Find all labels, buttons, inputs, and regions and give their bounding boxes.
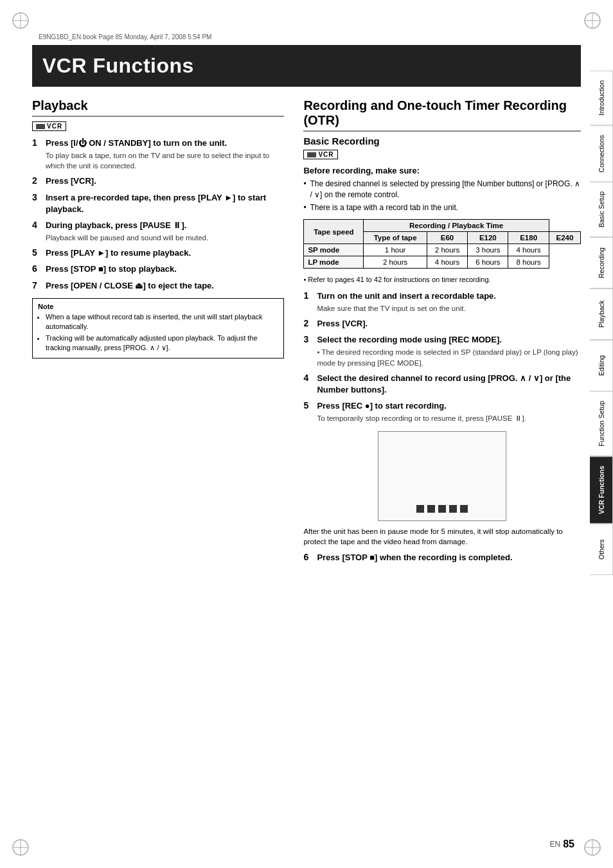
step-content: Select the desired channel to record usi… (317, 373, 581, 396)
step-title: Press [I/⏻ ON / STANDBY] to turn on the … (46, 137, 284, 149)
step-title: During playback, press [PAUSE ⏸]. (46, 220, 284, 231)
step-title: Insert a pre-recorded tape, then press [… (46, 192, 284, 215)
step-content: Press [PLAY ►] to resume playback. (46, 247, 284, 259)
step-content: Press [VCR]. (46, 175, 284, 187)
dot-2 (427, 505, 435, 513)
sidebar-tab-editing[interactable]: Editing (590, 340, 613, 391)
sidebar-tab-playback[interactable]: Playback (590, 288, 613, 340)
table-subheader-e240: E240 (549, 232, 580, 244)
step-number: 4 (32, 220, 42, 230)
step-title: Select the desired channel to record usi… (317, 373, 581, 396)
step-title: Press [OPEN / CLOSE ⏏] to eject the tape… (46, 280, 284, 292)
note-title: Note (38, 303, 278, 310)
table-subheader-e120: E120 (468, 232, 508, 244)
step-number: 5 (32, 247, 42, 258)
table-cell-sp-e60: 1 hour (364, 244, 427, 256)
table-subheader-e60: E60 (427, 232, 467, 244)
step-title: Press [VCR]. (317, 318, 581, 330)
screen-image (378, 431, 506, 521)
table-cell-lp-e120: 4 hours (427, 256, 467, 269)
recording-vcr-badge: VCR (303, 150, 337, 159)
en-label: EN (550, 840, 561, 849)
step-number: 6 (32, 263, 42, 274)
timer-recording-note: • Refer to pages 41 to 42 for instructio… (303, 275, 581, 285)
step-content: Press [I/⏻ ON / STANDBY] to turn on the … (46, 137, 284, 171)
sidebar-tab-vcr_functions[interactable]: VCR Functions (590, 456, 613, 524)
playback-step-5: 5 Press [PLAY ►] to resume playback. (32, 247, 284, 259)
after-screen-note: After the unit has been in pause mode fo… (303, 526, 581, 547)
main-content: VCR Functions Playback VCR 1 Press [I/⏻ … (32, 45, 581, 607)
playback-step-4: 4 During playback, press [PAUSE ⏸]. Play… (32, 220, 284, 243)
step-content: Insert a pre-recorded tape, then press [… (46, 192, 284, 215)
table-cell-sp-e120: 2 hours (427, 244, 467, 256)
corner-decoration-tr (583, 12, 601, 30)
step-title: Turn on the unit and insert a recordable… (317, 290, 581, 302)
step-content: Press [REC ●] to start recording. To tem… (317, 400, 581, 423)
right-column: Recording and One-touch Timer Recording … (303, 98, 581, 569)
table-subheader-type: Type of tape (364, 232, 427, 244)
left-column: Playback VCR 1 Press [I/⏻ ON / STANDBY] … (32, 98, 284, 569)
recording-step-6: 6 Press [STOP ■] when the recording is c… (303, 552, 581, 563)
note-list: When a tape without record tab is insert… (46, 312, 278, 353)
recording-heading: Recording and One-touch Timer Recording … (303, 98, 581, 132)
step-number: 2 (303, 318, 314, 328)
table-header-tape-speed: Tape speed (304, 220, 364, 244)
step-content: During playback, press [PAUSE ⏸]. Playba… (46, 220, 284, 243)
recording-step-5: 5 Press [REC ●] to start recording. To t… (303, 400, 581, 423)
step-number: 2 (32, 175, 42, 186)
table-cell-sp-e180: 3 hours (468, 244, 508, 256)
playback-step-7: 7 Press [OPEN / CLOSE ⏏] to eject the ta… (32, 280, 284, 292)
table-cell-sp-e240: 4 hours (508, 244, 549, 256)
playback-note-box: Note When a tape without record tab is i… (32, 298, 284, 359)
sidebar-tab-function_setup[interactable]: Function Setup (590, 391, 613, 456)
step-content: Turn on the unit and insert a recordable… (317, 290, 581, 314)
dot-4 (449, 505, 457, 513)
step-desc: • The desired recording mode is selected… (317, 347, 581, 368)
dot-5 (460, 505, 468, 513)
table-row-lp: LP mode 2 hours 4 hours 6 hours 8 hours (304, 256, 581, 269)
step-content: Press [VCR]. (317, 318, 581, 330)
step-number: 1 (303, 290, 314, 301)
note-item: When a tape without record tab is insert… (46, 312, 278, 332)
sidebar-tab-introduction[interactable]: Introduction (590, 71, 613, 125)
table-cell-lp-label: LP mode (304, 256, 364, 269)
step-desc: Make sure that the TV input is set on th… (317, 303, 581, 314)
step-content: Press [STOP ■] to stop playback. (46, 263, 284, 275)
playback-vcr-badge: VCR (32, 121, 66, 131)
step-title: Press [VCR]. (46, 175, 284, 187)
doc-metadata: E9NG1BD_EN.book Page 85 Monday, April 7,… (39, 33, 211, 40)
step-number: 6 (303, 552, 314, 562)
step-title: Press [STOP ■] to stop playback. (46, 263, 284, 275)
table-header-time-span: Recording / Playback Time (364, 220, 549, 232)
sidebar-tab-basic_setup[interactable]: Basic Setup (590, 182, 613, 237)
step-number: 7 (32, 280, 42, 290)
note-item: Tracking will be automatically adjusted … (46, 333, 278, 353)
page-title: VCR Functions (32, 45, 581, 87)
recording-table: Tape speed Recording / Playback Time Typ… (303, 219, 581, 269)
step-content: Select the recording mode using [REC MOD… (317, 334, 581, 368)
recording-step-3: 3 Select the recording mode using [REC M… (303, 334, 581, 368)
playback-step-6: 6 Press [STOP ■] to stop playback. (32, 263, 284, 275)
before-recording-item: The desired channel is selected by press… (303, 179, 581, 200)
sidebar-tab-recording[interactable]: Recording (590, 237, 613, 288)
table-cell-lp-e180: 6 hours (468, 256, 508, 269)
before-recording-label: Before recording, make sure: (303, 166, 581, 175)
step-desc: To temporarily stop recording or to resu… (317, 413, 581, 423)
two-column-layout: Playback VCR 1 Press [I/⏻ ON / STANDBY] … (32, 98, 581, 569)
screen-dots (416, 505, 468, 513)
table-subheader-e180: E180 (508, 232, 549, 244)
corner-decoration-tl (12, 12, 30, 30)
step-number: 1 (32, 137, 42, 148)
sidebar-tab-connections[interactable]: Connections (590, 125, 613, 182)
dot-3 (438, 505, 446, 513)
step-desc: To play back a tape, turn on the TV and … (46, 150, 284, 171)
step-content: Press [STOP ■] when the recording is com… (317, 552, 581, 563)
sidebar-tab-others[interactable]: Others (590, 524, 613, 575)
before-recording-item: There is a tape with a record tab in the… (303, 202, 581, 213)
step-number: 3 (303, 334, 314, 344)
step-content: Press [OPEN / CLOSE ⏏] to eject the tape… (46, 280, 284, 292)
step-title: Press [REC ●] to start recording. (317, 400, 581, 412)
step-number: 4 (303, 373, 314, 383)
playback-step-1: 1 Press [I/⏻ ON / STANDBY] to turn on th… (32, 137, 284, 171)
step-title: Press [PLAY ►] to resume playback. (46, 247, 284, 259)
